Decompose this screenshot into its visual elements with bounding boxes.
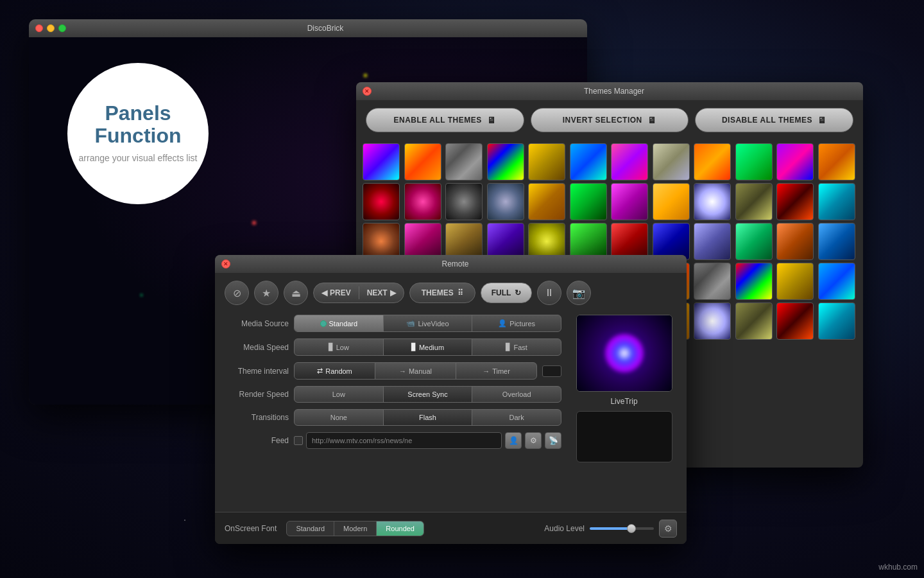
theme-thumbnail[interactable] [528,183,565,220]
theme-thumbnail[interactable] [694,223,731,260]
theme-thumbnail[interactable] [363,183,400,220]
feed-rss-button[interactable]: 📡 [545,432,561,449]
sparkle-decoration [252,221,256,225]
render-speed-label: Render Speed [225,390,289,399]
media-source-pictures[interactable]: 👤 Pictures [472,315,561,331]
pause-button[interactable]: ⏸ [537,281,561,305]
theme-thumbnail[interactable] [528,143,565,180]
themes-manager-title: Themes Manager [372,87,857,96]
bars-icon: ▊ [411,343,416,351]
no-sign-button[interactable]: ⊘ [225,281,249,305]
transition-dark[interactable]: Dark [472,410,561,425]
enable-all-themes-button[interactable]: ENABLE ALL THEMES 🖥 [366,108,524,132]
theme-thumbnail[interactable] [776,143,814,180]
font-standard-button[interactable]: Standard [287,521,334,536]
transition-none[interactable]: None [295,410,384,425]
theme-thumbnail[interactable] [776,263,814,300]
theme-thumbnail[interactable] [653,143,690,180]
next-button[interactable]: NEXT ▶ [359,283,404,302]
themes-button[interactable]: THEMES ⠿ [409,283,475,303]
star-button[interactable]: ★ [254,281,278,305]
media-source-row: Media Source Standard 📹 LiveVideo 👤 Pict… [225,315,561,332]
maximize-button[interactable] [58,24,66,32]
theme-thumbnail[interactable] [818,183,855,220]
render-low[interactable]: Low [295,387,384,402]
speed-low[interactable]: ▊ Low [295,339,384,355]
media-source-livevideo[interactable]: 📹 LiveVideo [384,315,473,331]
camera-button[interactable]: 📷 [567,281,591,305]
prev-button[interactable]: ◀ PREV [314,283,359,302]
theme-thumbnail[interactable] [363,143,400,180]
person-icon: 👤 [498,319,507,328]
theme-thumbnail[interactable] [735,183,773,220]
eject-button[interactable]: ⏏ [284,281,308,305]
remote-title: Remote [230,259,680,268]
invert-selection-button[interactable]: INVERT SELECTION 🖥 [531,108,689,132]
feed-person-button[interactable]: 👤 [505,432,522,449]
theme-thumbnail[interactable] [694,143,731,180]
sparkle-decoration [364,74,367,77]
themes-close-button[interactable]: ✕ [363,87,372,96]
render-speed-row: Render Speed Low Screen Sync Overload [225,386,561,403]
theme-thumbnail[interactable] [404,183,441,220]
theme-thumbnail[interactable] [818,263,855,300]
media-source-label: Media Source [225,319,289,328]
theme-thumbnail[interactable] [445,143,483,180]
theme-thumbnail[interactable] [776,223,814,260]
disable-all-themes-button[interactable]: DISABLE ALL THEMES 🖥 [695,108,853,132]
font-rounded-button[interactable]: Rounded [377,521,424,536]
theme-thumbnail[interactable] [776,302,814,340]
theme-thumbnail[interactable] [404,143,441,180]
theme-thumbnail[interactable] [611,183,648,220]
theme-thumbnail[interactable] [818,143,855,180]
feed-url-input[interactable] [306,432,502,449]
font-segment-group: Standard Modern Rounded [286,521,424,536]
render-screen-sync[interactable]: Screen Sync [384,387,473,402]
audio-settings-button[interactable]: ⚙ [659,520,677,538]
remote-window: ✕ Remote ⊘ ★ ⏏ ◀ PREV NEXT ▶ THEMES ⠿ [215,255,687,544]
feed-gear-button[interactable]: ⚙ [525,432,542,449]
theme-thumbnail[interactable] [818,223,855,260]
theme-thumbnail[interactable] [694,263,731,300]
font-modern-button[interactable]: Modern [334,521,377,536]
media-source-group: Standard 📹 LiveVideo 👤 Pictures [294,315,561,332]
theme-thumbnail[interactable] [776,183,814,220]
theme-thumbnail[interactable] [735,302,773,340]
livetrip-glow [605,334,644,372]
theme-thumbnail[interactable] [735,223,773,260]
theme-thumbnail[interactable] [735,263,773,300]
panels-circle: Panels Function arrange your visual effe… [67,63,209,204]
speed-medium[interactable]: ▊ Medium [384,339,473,355]
audio-slider-thumb[interactable] [627,524,636,533]
theme-thumbnail[interactable] [445,183,483,220]
full-button[interactable]: FULL ↻ [481,283,533,303]
timer-value-input[interactable]: 5 [542,365,561,377]
theme-thumbnail[interactable] [694,302,731,340]
transition-flash[interactable]: Flash [384,410,473,425]
theme-thumbnail[interactable] [487,183,524,220]
theme-thumbnail[interactable] [570,143,607,180]
theme-thumbnail[interactable] [611,143,648,180]
preview-thumbnail[interactable] [576,315,672,392]
theme-thumbnail[interactable] [694,183,731,220]
theme-thumbnail[interactable] [487,143,524,180]
minimize-button[interactable] [47,24,55,32]
preview-label: LiveTrip [610,397,637,406]
interval-random[interactable]: ⇄ Random [295,363,375,379]
close-button[interactable] [35,24,43,32]
speed-fast[interactable]: ▊ Fast [472,339,561,355]
theme-thumbnail[interactable] [653,183,690,220]
media-source-standard[interactable]: Standard [295,315,384,331]
feed-checkbox[interactable] [294,436,303,445]
controls-area: Media Source Standard 📹 LiveVideo 👤 Pict… [225,315,677,462]
theme-thumbnail[interactable] [570,183,607,220]
video-icon: 📹 [406,319,415,328]
theme-thumbnail[interactable] [818,302,855,340]
interval-timer[interactable]: → Timer [456,363,536,379]
theme-thumbnail[interactable] [735,143,773,180]
bars-icon: ▊ [506,343,511,351]
remote-close-button[interactable]: ✕ [221,259,230,268]
audio-slider[interactable] [590,527,654,530]
interval-manual[interactable]: → Manual [375,363,456,379]
render-overload[interactable]: Overload [472,387,561,402]
